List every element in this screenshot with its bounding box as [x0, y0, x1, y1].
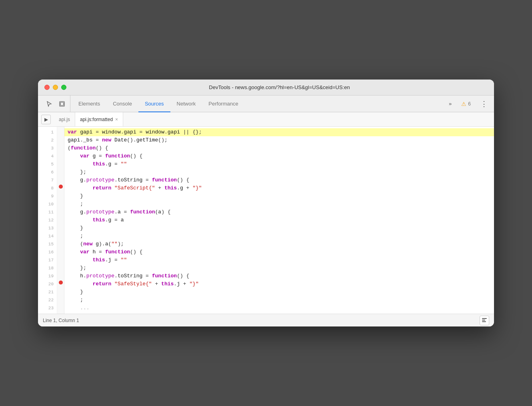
close-tab-icon[interactable]: ×: [115, 117, 118, 122]
tab-elements[interactable]: Elements: [72, 96, 106, 112]
code-line-7: g.prototype.toString = function() {: [64, 176, 494, 184]
tab-console[interactable]: Console: [106, 96, 138, 112]
breakpoint-gutter[interactable]: [57, 127, 64, 314]
line-num-17: 17: [41, 256, 54, 264]
breakpoint-8: [59, 185, 63, 189]
breakpoint-20: [59, 281, 63, 285]
main-tab-bar: Elements Console Sources Network Perform…: [38, 96, 494, 112]
line-num-6: 6: [41, 168, 54, 176]
warning-badge[interactable]: ⚠ 6: [458, 101, 474, 107]
line-num-19: 19: [41, 272, 54, 280]
close-button[interactable]: [44, 85, 50, 90]
toolbar-icons: [41, 96, 70, 112]
svg-rect-1: [60, 102, 64, 105]
file-tabs-bar: ▶ api.js api.js:formatted ×: [38, 112, 494, 127]
line-num-2: 2: [41, 136, 54, 144]
code-line-15: (new g).a("");: [64, 240, 494, 248]
gutter-line-2: [57, 135, 64, 143]
gutter-line-1: [57, 127, 64, 135]
line-num-10: 10: [41, 200, 54, 208]
cursor-position: Line 1, Column 1: [43, 318, 79, 323]
gutter-line-4: [57, 151, 64, 159]
gutter-line-5: [57, 159, 64, 167]
line-numbers: 1 2 3 4 5 6 7 8 9 10 11 12 13 14 15 16 1…: [38, 127, 57, 314]
svg-rect-4: [482, 321, 486, 322]
gutter-line-10: [57, 199, 64, 207]
code-line-1: var gapi = window.gapi = window.gapi || …: [64, 128, 494, 136]
code-line-20: return "SafeStyle{" + this.j + "}": [64, 280, 494, 288]
line-num-23: 23: [41, 304, 54, 312]
code-line-22: ;: [64, 296, 494, 304]
gutter-line-6: [57, 167, 64, 175]
gutter-line-8: [57, 183, 64, 191]
line-num-18: 18: [41, 264, 54, 272]
line-num-14: 14: [41, 232, 54, 240]
code-editor[interactable]: 1 2 3 4 5 6 7 8 9 10 11 12 13 14 15 16 1…: [38, 127, 494, 314]
line-num-9: 9: [41, 192, 54, 200]
code-line-16: var h = function() {: [64, 248, 494, 256]
code-lines: var gapi = window.gapi = window.gapi || …: [64, 127, 494, 314]
code-line-19: h.prototype.toString = function() {: [64, 272, 494, 280]
line-num-8: 8: [41, 184, 54, 192]
tab-network[interactable]: Network: [170, 96, 202, 112]
gutter-line-13: [57, 223, 64, 231]
more-tabs-button[interactable]: »: [446, 101, 455, 107]
svg-rect-2: [482, 318, 487, 319]
line-num-22: 22: [41, 296, 54, 304]
window-title: DevTools - news.google.com/?hl=en-US&gl=…: [71, 84, 488, 90]
gutter-line-20: [57, 279, 64, 287]
gutter-line-11: [57, 207, 64, 215]
gutter-line-18: [57, 263, 64, 271]
file-tab-api-js-formatted[interactable]: api.js:formatted ×: [75, 112, 123, 126]
line-num-20: 20: [41, 280, 54, 288]
format-button[interactable]: [480, 316, 489, 325]
traffic-lights: [44, 85, 66, 90]
code-line-6: };: [64, 168, 494, 176]
maximize-button[interactable]: [61, 85, 66, 90]
title-bar: DevTools - news.google.com/?hl=en-US&gl=…: [38, 80, 494, 96]
line-num-13: 13: [41, 224, 54, 232]
file-tab-api-js[interactable]: api.js: [54, 112, 75, 126]
gutter-line-19: [57, 271, 64, 279]
gutter-line-22: [57, 295, 64, 303]
gutter-line-9: [57, 191, 64, 199]
run-snippet-button[interactable]: ▶: [41, 115, 51, 124]
gutter-line-21: [57, 287, 64, 295]
gutter-line-14: [57, 231, 64, 239]
gutter-line-15: [57, 239, 64, 247]
gutter-line-23: [57, 303, 64, 310]
status-right: [480, 316, 489, 325]
line-num-21: 21: [41, 288, 54, 296]
code-line-9: }: [64, 192, 494, 200]
cursor-icon[interactable]: [44, 99, 54, 109]
line-num-7: 7: [41, 176, 54, 184]
gutter-line-7: [57, 175, 64, 183]
line-num-12: 12: [41, 216, 54, 224]
line-num-1: 1: [41, 128, 54, 136]
warning-icon: ⚠: [461, 101, 466, 107]
line-num-15: 15: [41, 240, 54, 248]
minimize-button[interactable]: [53, 85, 58, 90]
line-num-11: 11: [41, 208, 54, 216]
tab-performance[interactable]: Performance: [202, 96, 244, 112]
code-line-3: (function() {: [64, 144, 494, 152]
status-bar: Line 1, Column 1: [38, 314, 494, 326]
format-icon: [482, 318, 487, 323]
line-num-3: 3: [41, 144, 54, 152]
code-line-12: this.g = a: [64, 216, 494, 224]
line-num-16: 16: [41, 248, 54, 256]
svg-rect-3: [482, 320, 485, 320]
code-line-23: ...: [64, 304, 494, 312]
code-line-11: g.prototype.a = function(a) {: [64, 208, 494, 216]
code-line-5: this.g = "": [64, 160, 494, 168]
gutter-line-3: [57, 143, 64, 151]
code-line-13: }: [64, 224, 494, 232]
tab-sources[interactable]: Sources: [138, 96, 170, 112]
layers-icon[interactable]: [57, 99, 67, 109]
code-line-18: };: [64, 264, 494, 272]
devtools-window: DevTools - news.google.com/?hl=en-US&gl=…: [38, 80, 494, 326]
tab-bar-right: » ⚠ 6 ⋮: [446, 96, 491, 112]
code-line-14: ;: [64, 232, 494, 240]
code-line-17: this.j = "": [64, 256, 494, 264]
settings-button[interactable]: ⋮: [477, 100, 491, 108]
